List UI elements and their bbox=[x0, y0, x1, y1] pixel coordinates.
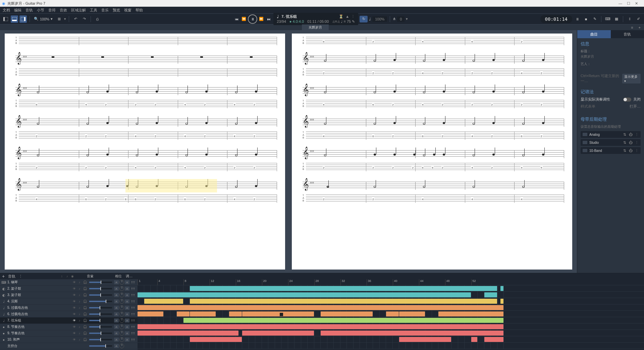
clip[interactable] bbox=[399, 337, 451, 342]
timeline-row[interactable] bbox=[138, 336, 644, 343]
eq-button[interactable]: ⫯⫯ bbox=[130, 338, 136, 342]
tab-fret-number[interactable]: 2 bbox=[233, 166, 235, 169]
visibility-icon[interactable]: 👁 bbox=[72, 312, 76, 316]
fx-power-icon[interactable]: ⏻ bbox=[629, 140, 633, 144]
tab-menu-button[interactable]: ≡ bbox=[629, 25, 635, 30]
eq-button[interactable]: ⫯⫯ bbox=[130, 287, 136, 291]
pan-knob[interactable] bbox=[119, 312, 124, 316]
tab-fret-number[interactable]: 2 bbox=[491, 103, 493, 106]
open-style-button[interactable]: 打开… bbox=[630, 104, 641, 109]
solo-icon[interactable]: 🎧 bbox=[83, 331, 87, 336]
panel-toggle-right[interactable] bbox=[19, 15, 27, 23]
redo-button[interactable]: ↷ bbox=[80, 15, 88, 23]
tab-fret-number[interactable]: 2 bbox=[135, 103, 137, 106]
timeline-row[interactable] bbox=[138, 330, 644, 336]
volume-slider[interactable] bbox=[89, 288, 112, 289]
pan-knob[interactable] bbox=[119, 325, 124, 329]
clip[interactable] bbox=[138, 331, 238, 336]
menu-区域注解[interactable]: 区域注解 bbox=[71, 8, 86, 13]
menu-音轨[interactable]: 音轨 bbox=[25, 8, 33, 13]
clip[interactable] bbox=[138, 305, 503, 310]
mute-icon[interactable]: ♪ bbox=[77, 280, 82, 285]
tab-fret-number[interactable]: 2 bbox=[323, 166, 325, 169]
more-icon[interactable]: ⋮ bbox=[351, 14, 355, 19]
timer-icon[interactable]: ⏳ bbox=[339, 14, 343, 19]
arrangement-timeline[interactable]: 1481216202428323640444852 bbox=[138, 279, 644, 350]
clip[interactable] bbox=[144, 299, 183, 304]
tab-fret-number[interactable]: 2 bbox=[204, 103, 206, 106]
eq-button[interactable]: ⫯⫯ bbox=[130, 331, 136, 335]
tab-fret-number[interactable]: 4 bbox=[135, 135, 137, 138]
loop-button[interactable]: ↻ bbox=[360, 16, 368, 22]
print-button[interactable]: ⎙ bbox=[94, 15, 101, 23]
pan-knob[interactable] bbox=[119, 293, 124, 297]
clip[interactable] bbox=[500, 299, 503, 304]
track-row[interactable]: ♩4. 贝斯👁♪🎧AA⫯⫯ bbox=[0, 298, 138, 305]
tab-fret-number[interactable]: 2 bbox=[392, 72, 394, 75]
clip[interactable] bbox=[138, 324, 503, 329]
tab-fret-number[interactable]: 4 bbox=[471, 166, 473, 169]
fx-updown-icon[interactable]: ⇅ bbox=[623, 140, 627, 144]
menu-帮助[interactable]: 帮助 bbox=[136, 8, 143, 13]
track-row[interactable]: ●8. 节奏吉他👁♪🎧AA⫯⫯ bbox=[0, 324, 138, 330]
forward-button[interactable]: ⏩ bbox=[258, 16, 265, 22]
tab-fret-number[interactable]: 2 bbox=[323, 72, 325, 75]
automation-button[interactable]: A bbox=[114, 306, 119, 310]
tab-fret-number[interactable]: 2 bbox=[392, 135, 394, 138]
tab-fret-number[interactable]: 6 bbox=[372, 103, 374, 106]
solo-icon[interactable]: 🎧 bbox=[83, 337, 87, 342]
pan-knob[interactable] bbox=[119, 331, 124, 336]
track-menu-button[interactable]: ⋮ bbox=[19, 274, 22, 279]
tab-fret-number[interactable]: 6 bbox=[471, 40, 473, 43]
tab-fret-number[interactable]: 2 bbox=[36, 135, 38, 138]
tab-song[interactable]: 曲目 bbox=[577, 30, 611, 38]
automation-button[interactable]: A bbox=[114, 344, 119, 348]
menu-音符[interactable]: 音符 bbox=[48, 8, 56, 13]
eq-button[interactable]: ⫯⫯ bbox=[130, 318, 136, 323]
track-row[interactable]: ♩5. 过载电吉他👁♪🎧AA⫯⫯ bbox=[0, 305, 138, 311]
automation-button[interactable]: A bbox=[125, 280, 129, 284]
tab-fret-number[interactable]: 2 bbox=[441, 72, 443, 75]
tab-fret-number[interactable]: 6 bbox=[135, 198, 137, 201]
tab-fret-number[interactable]: 2 bbox=[392, 166, 394, 169]
fx-power-icon[interactable]: ⏻ bbox=[629, 149, 633, 153]
tab-fret-number[interactable]: 6 bbox=[422, 135, 424, 138]
piano-icon[interactable]: ⌨ bbox=[604, 15, 611, 23]
tab-fret-number[interactable]: 2 bbox=[540, 135, 542, 138]
panel-toggle-left[interactable] bbox=[2, 15, 9, 23]
go-start-button[interactable]: ⏮ bbox=[233, 16, 240, 22]
tab-fret-number[interactable]: 5 bbox=[540, 166, 542, 169]
clip[interactable] bbox=[190, 311, 216, 316]
tab-fret-number[interactable]: 2 bbox=[372, 40, 374, 43]
metronome-icon[interactable]: ▲ bbox=[345, 14, 349, 19]
tab-fret-number[interactable]: 2 bbox=[105, 166, 107, 169]
layout-button[interactable]: ⊞ bbox=[55, 15, 63, 23]
automation-button[interactable]: A bbox=[125, 318, 129, 323]
tab-fret-number[interactable]: 2 bbox=[372, 166, 374, 169]
clip[interactable] bbox=[190, 337, 242, 342]
track-row[interactable]: ◐2. 架子鼓👁♪🎧AA⫯⫯ bbox=[0, 286, 138, 292]
tab-fret-number[interactable]: 4 bbox=[471, 135, 473, 138]
tab-fret-number[interactable]: 2 bbox=[471, 72, 473, 75]
tab-fret-number[interactable]: 4 bbox=[184, 135, 186, 138]
automation-button[interactable]: A bbox=[114, 312, 119, 316]
eq-button[interactable]: ⫯⫯ bbox=[130, 325, 136, 329]
automation-button[interactable]: A bbox=[125, 306, 129, 310]
tab-fret-number[interactable]: 2 bbox=[491, 166, 493, 169]
menu-小节[interactable]: 小节 bbox=[37, 8, 44, 13]
clip[interactable] bbox=[386, 311, 399, 316]
edit-button[interactable]: ✎ bbox=[591, 15, 598, 23]
play-pause-button[interactable]: ⏸ bbox=[248, 14, 257, 24]
mute-icon[interactable]: ♪ bbox=[77, 318, 82, 323]
clip[interactable] bbox=[138, 311, 163, 316]
tab-fret-number[interactable]: 4 bbox=[521, 198, 523, 201]
automation-button[interactable]: A bbox=[125, 325, 129, 329]
tab-fret-number[interactable]: 4 bbox=[135, 166, 137, 169]
timeline-row[interactable] bbox=[138, 285, 644, 292]
automation-button[interactable]: A bbox=[125, 293, 129, 297]
tab-fret-number[interactable]: 2 bbox=[323, 198, 325, 201]
visibility-icon[interactable]: 👁 bbox=[72, 318, 76, 323]
pan-knob[interactable] bbox=[119, 337, 124, 342]
solo-icon[interactable]: 🎧 bbox=[83, 280, 87, 285]
clip[interactable] bbox=[321, 311, 373, 316]
